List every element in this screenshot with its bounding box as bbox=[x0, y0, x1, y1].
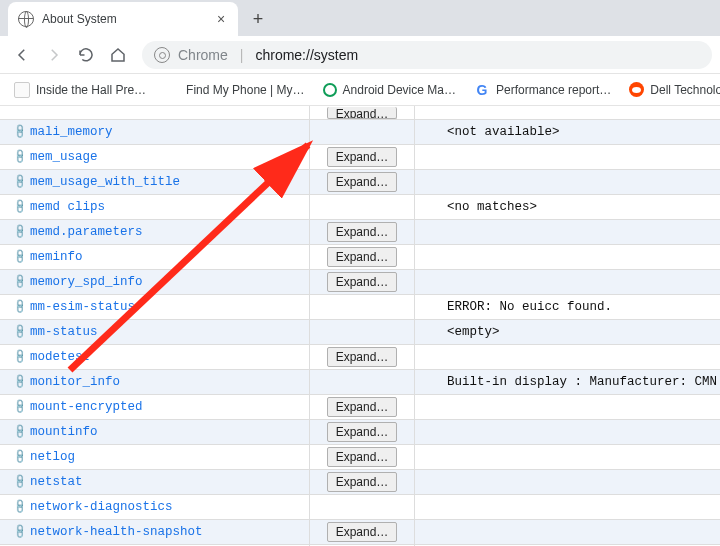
reload-button[interactable] bbox=[72, 41, 100, 69]
arrow-left-icon bbox=[13, 46, 31, 64]
google-icon: G bbox=[474, 82, 490, 98]
property-link[interactable]: 🔗mali_memory bbox=[0, 120, 310, 144]
property-name: netlog bbox=[30, 450, 75, 464]
property-link[interactable]: 🔗network-health-snapshot bbox=[0, 520, 310, 544]
link-icon: 🔗 bbox=[12, 474, 29, 491]
expand-button[interactable]: Expand… bbox=[327, 472, 398, 492]
system-row: 🔗mem_usage_with_titleExpand… bbox=[0, 170, 720, 195]
expand-button[interactable]: Expand… bbox=[327, 272, 398, 292]
property-link[interactable] bbox=[0, 106, 310, 119]
property-link[interactable]: 🔗memd clips bbox=[0, 195, 310, 219]
expand-button[interactable]: Expand… bbox=[327, 172, 398, 192]
expand-button[interactable]: Expand… bbox=[327, 247, 398, 267]
bookmark-item[interactable]: Find My Phone | My… bbox=[158, 78, 311, 102]
link-icon: 🔗 bbox=[12, 124, 29, 141]
property-name: memd.parameters bbox=[30, 225, 143, 239]
expand-button[interactable]: Expand… bbox=[327, 447, 398, 467]
expand-cell bbox=[310, 370, 415, 394]
bookmark-item[interactable]: G Performance report… bbox=[468, 78, 617, 102]
android-device-icon bbox=[323, 83, 337, 97]
expand-cell bbox=[310, 320, 415, 344]
tab-strip: About System × + bbox=[0, 0, 720, 36]
property-link[interactable]: 🔗mount-encrypted bbox=[0, 395, 310, 419]
link-icon: 🔗 bbox=[12, 399, 29, 416]
expand-button[interactable]: Expand… bbox=[327, 347, 398, 367]
property-value: Built-in display : Manufacturer: CMN - P… bbox=[415, 375, 720, 389]
property-name: monitor_info bbox=[30, 375, 120, 389]
home-icon bbox=[109, 46, 127, 64]
property-link[interactable]: 🔗mem_usage bbox=[0, 145, 310, 169]
property-name: meminfo bbox=[30, 250, 83, 264]
property-link[interactable]: 🔗modetest bbox=[0, 345, 310, 369]
chrome-icon bbox=[154, 47, 170, 63]
bookmark-label: Inside the Hall Pre… bbox=[36, 83, 146, 97]
property-name: mm-status bbox=[30, 325, 98, 339]
property-link[interactable]: 🔗mountinfo bbox=[0, 420, 310, 444]
bookmark-item[interactable]: Inside the Hall Pre… bbox=[8, 78, 152, 102]
expand-cell: Expand… bbox=[310, 145, 415, 169]
property-link[interactable]: 🔗memory_spd_info bbox=[0, 270, 310, 294]
property-link[interactable]: 🔗mem_usage_with_title bbox=[0, 170, 310, 194]
toolbar: Chrome | chrome://system bbox=[0, 36, 720, 74]
bookmark-item[interactable]: Dell Technologie bbox=[623, 78, 720, 101]
home-button[interactable] bbox=[104, 41, 132, 69]
system-row: 🔗modetestExpand… bbox=[0, 345, 720, 370]
expand-button[interactable]: Expand… bbox=[327, 107, 398, 119]
system-row: 🔗mali_memory<not available> bbox=[0, 120, 720, 145]
bookmark-item[interactable]: Android Device Ma… bbox=[317, 79, 462, 101]
system-row: 🔗network-diagnostics bbox=[0, 495, 720, 520]
expand-button[interactable]: Expand… bbox=[327, 397, 398, 417]
bookmarks-bar: Inside the Hall Pre… Find My Phone | My…… bbox=[0, 74, 720, 106]
property-link[interactable]: 🔗netlog bbox=[0, 445, 310, 469]
expand-button[interactable]: Expand… bbox=[327, 522, 398, 542]
browser-tab[interactable]: About System × bbox=[8, 2, 238, 36]
address-bar[interactable]: Chrome | chrome://system bbox=[142, 41, 712, 69]
property-link[interactable]: 🔗meminfo bbox=[0, 245, 310, 269]
property-link[interactable]: 🔗monitor_info bbox=[0, 370, 310, 394]
microsoft-icon bbox=[164, 82, 180, 98]
system-row: 🔗netstatExpand… bbox=[0, 470, 720, 495]
system-row: 🔗mm-esim-statusERROR: No euicc found. bbox=[0, 295, 720, 320]
property-link[interactable]: 🔗memd.parameters bbox=[0, 220, 310, 244]
property-link[interactable]: 🔗mm-esim-status bbox=[0, 295, 310, 319]
expand-cell: Expand… bbox=[310, 345, 415, 369]
expand-button[interactable]: Expand… bbox=[327, 147, 398, 167]
system-row: 🔗memd.parametersExpand… bbox=[0, 220, 720, 245]
forward-button[interactable] bbox=[40, 41, 68, 69]
system-row: 🔗memory_spd_infoExpand… bbox=[0, 270, 720, 295]
expand-cell: Expand… bbox=[310, 520, 415, 544]
bookmark-label: Android Device Ma… bbox=[343, 83, 456, 97]
url-path: chrome://system bbox=[255, 47, 358, 63]
system-row: 🔗mem_usageExpand… bbox=[0, 145, 720, 170]
property-value: ERROR: No euicc found. bbox=[415, 300, 720, 314]
link-icon: 🔗 bbox=[12, 524, 29, 541]
expand-cell bbox=[310, 120, 415, 144]
property-link[interactable]: 🔗netstat bbox=[0, 470, 310, 494]
link-icon: 🔗 bbox=[12, 499, 29, 516]
close-icon[interactable]: × bbox=[214, 12, 228, 26]
expand-cell bbox=[310, 295, 415, 319]
property-link[interactable]: 🔗network-diagnostics bbox=[0, 495, 310, 519]
link-icon: 🔗 bbox=[12, 249, 29, 266]
link-icon: 🔗 bbox=[12, 199, 29, 216]
link-icon: 🔗 bbox=[12, 149, 29, 166]
property-name: mem_usage bbox=[30, 150, 98, 164]
back-button[interactable] bbox=[8, 41, 36, 69]
tab-title: About System bbox=[42, 12, 206, 26]
property-value: <not available> bbox=[415, 125, 720, 139]
expand-cell bbox=[310, 195, 415, 219]
new-tab-button[interactable]: + bbox=[244, 5, 272, 33]
link-icon: 🔗 bbox=[12, 324, 29, 341]
property-link[interactable]: 🔗mm-status bbox=[0, 320, 310, 344]
expand-cell bbox=[310, 495, 415, 519]
system-row: 🔗network-health-snapshotExpand… bbox=[0, 520, 720, 545]
property-name: mm-esim-status bbox=[30, 300, 135, 314]
expand-cell: Expand… bbox=[310, 395, 415, 419]
expand-cell: Expand… bbox=[310, 270, 415, 294]
property-name: memd clips bbox=[30, 200, 105, 214]
expand-button[interactable]: Expand… bbox=[327, 422, 398, 442]
page-icon bbox=[14, 82, 30, 98]
expand-cell: Expand… bbox=[310, 420, 415, 444]
system-row: 🔗memd clips<no matches> bbox=[0, 195, 720, 220]
expand-button[interactable]: Expand… bbox=[327, 222, 398, 242]
